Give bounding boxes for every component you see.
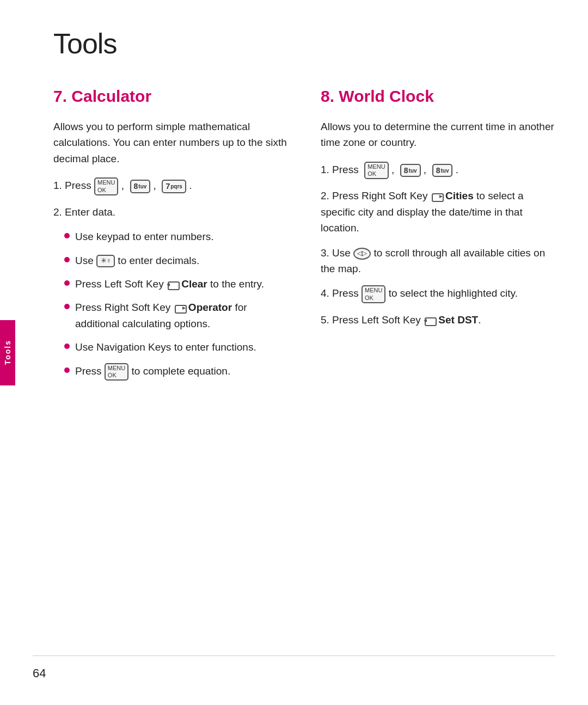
calculator-description: Allows you to perform simple mathematica… <box>53 119 288 167</box>
wc-step4: 4. Press MENUOK to select the highlighte… <box>321 285 555 303</box>
menu-key-calc: MENUOK <box>94 177 118 195</box>
left-soft-key-wc <box>424 316 436 325</box>
calc-bullet-4-text: Press Right Soft Key Operator for additi… <box>75 299 288 332</box>
wc-step5-text: 5. Press Left Soft Key Set DST. <box>321 312 481 328</box>
columns-layout: 7. Calculator Allows you to perform simp… <box>53 87 555 388</box>
wc-step5: 5. Press Left Soft Key Set DST. <box>321 312 555 328</box>
calc-step2: 2. Enter data. <box>53 204 288 220</box>
bullet-dot <box>64 280 70 286</box>
sidebar-tab: Tools <box>0 320 15 385</box>
wc-step2-text: 2. Press Right Soft Key Cities to select… <box>321 188 555 236</box>
calc-bullet-2-text: Use ✳⇧ to enter decimals. <box>75 253 199 268</box>
world-clock-description: Allows you to determine the current time… <box>321 119 555 151</box>
wc-step1: 1. Press MENUOK , 8tuv , 8tuv . <box>321 162 555 179</box>
world-clock-title: 8. World Clock <box>321 87 555 106</box>
star-shift-key: ✳⇧ <box>96 255 115 267</box>
page-container: Tools Tools 7. Calculator Allows you to … <box>0 0 588 705</box>
menu-key-wc: MENUOK <box>364 162 388 179</box>
left-soft-key-icon <box>167 280 179 289</box>
calculator-section: 7. Calculator Allows you to perform simp… <box>53 87 288 388</box>
menu-key-calc2: MENUOK <box>105 363 128 381</box>
calc-bullet-1: Use keypad to enter numbers. <box>64 229 288 244</box>
calc-step1-text: 1. Press MENUOK , 8tuv , 7pqrs . <box>53 177 192 195</box>
wc-step4-text: 4. Press MENUOK to select the highlighte… <box>321 285 518 303</box>
menu-key-wc2: MENUOK <box>362 285 385 303</box>
right-soft-key-icon <box>174 304 186 312</box>
world-clock-section: 8. World Clock Allows you to determine t… <box>321 87 555 388</box>
calc-bullet-3-text: Press Left Soft Key Clear to the entry. <box>75 276 264 292</box>
main-content: Tools 7. Calculator Allows you to perfor… <box>21 0 588 705</box>
right-soft-key-wc <box>431 192 443 201</box>
page-title: Tools <box>53 27 555 60</box>
calc-step2-text: 2. Enter data. <box>53 204 115 220</box>
key-8tuv-wc2: 8tuv <box>432 164 453 177</box>
wc-step3-text: 3. Use ◁▷ to scroll through all availabl… <box>321 245 555 277</box>
wc-step3: 3. Use ◁▷ to scroll through all availabl… <box>321 245 555 277</box>
calc-bullet-6: Press MENUOK to complete equation. <box>64 363 288 381</box>
calc-bullet-5: Use Navigation Keys to enter functions. <box>64 339 288 355</box>
calc-bullet-4: Press Right Soft Key Operator for additi… <box>64 299 288 332</box>
calc-bullet-3: Press Left Soft Key Clear to the entry. <box>64 276 288 292</box>
key-7pqrs-calc: 7pqrs <box>162 180 186 193</box>
bottom-divider <box>33 655 555 656</box>
key-8tuv-wc1: 8tuv <box>400 164 421 177</box>
bullet-dot <box>64 344 70 349</box>
wc-step2: 2. Press Right Soft Key Cities to select… <box>321 188 555 236</box>
bullet-dot <box>64 367 70 373</box>
wc-step1-text: 1. Press MENUOK , 8tuv , 8tuv . <box>321 162 458 179</box>
bullet-dot <box>64 233 70 238</box>
sidebar-label: Tools <box>3 340 12 365</box>
calc-step1: 1. Press MENUOK , 8tuv , 7pqrs . <box>53 177 288 195</box>
key-8tuv-calc: 8tuv <box>130 180 151 193</box>
calc-bullet-5-text: Use Navigation Keys to enter functions. <box>75 339 256 355</box>
calculator-title: 7. Calculator <box>53 87 288 106</box>
calc-bullet-6-text: Press MENUOK to complete equation. <box>75 363 230 381</box>
bullet-dot <box>64 257 70 262</box>
calc-bullet-list: Use keypad to enter numbers. Use ✳⇧ to e… <box>64 229 288 381</box>
calc-bullet-1-text: Use keypad to enter numbers. <box>75 229 214 244</box>
calc-bullet-2: Use ✳⇧ to enter decimals. <box>64 253 288 268</box>
page-number: 64 <box>33 666 46 681</box>
nav-lr-key: ◁▷ <box>353 248 371 260</box>
bullet-dot <box>64 304 70 309</box>
